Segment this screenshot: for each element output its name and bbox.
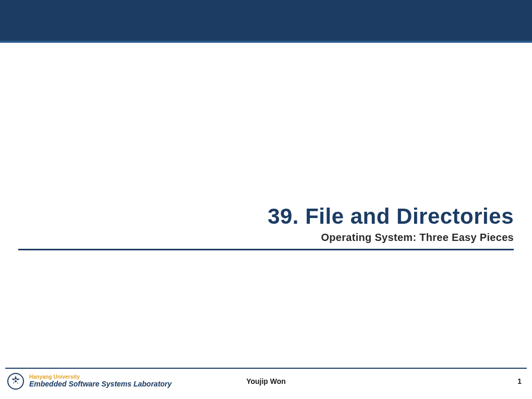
- svg-point-2: [15, 380, 17, 382]
- footer-left: Hanyang University Embedded Software Sys…: [7, 373, 172, 390]
- title-block: 39. File and Directories Operating Syste…: [18, 204, 514, 250]
- page-number: 1: [517, 377, 525, 385]
- university-logo-icon: [7, 373, 24, 390]
- footer-divider: [5, 368, 527, 369]
- lab-name: Embedded Software Systems Laboratory: [29, 380, 172, 388]
- title-divider: [18, 249, 514, 250]
- slide-subtitle: Operating System: Three Easy Pieces: [18, 232, 514, 244]
- slide-title: 39. File and Directories: [18, 204, 514, 228]
- header-banner: [0, 0, 532, 43]
- slide-content: 39. File and Directories Operating Syste…: [0, 43, 532, 368]
- footer-row: Hanyang University Embedded Software Sys…: [0, 371, 532, 392]
- slide-footer: Hanyang University Embedded Software Sys…: [0, 368, 532, 399]
- footer-org-text: Hanyang University Embedded Software Sys…: [29, 374, 172, 388]
